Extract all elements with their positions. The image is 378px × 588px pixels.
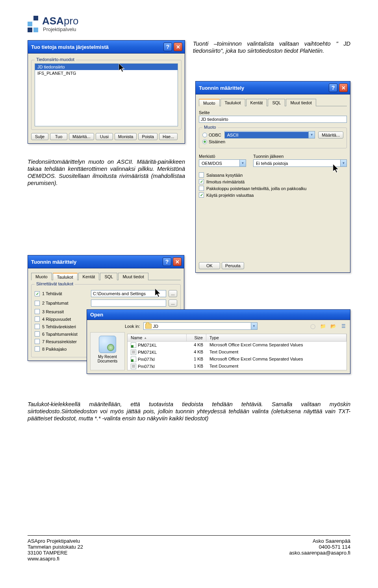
file-name: Pm077kl (138, 364, 155, 369)
chevron-down-icon[interactable]: ▼ (308, 131, 315, 138)
tabs: Muoto Taulukot Kentät SQL Muut tiedot (199, 98, 347, 106)
checkbox-row[interactable]: ✓Ilmoitus rivimääristä (199, 179, 347, 184)
footer-person: Asko Saarenpää (289, 538, 350, 544)
define-button[interactable]: Määritä... (318, 131, 343, 139)
help-icon[interactable]: ? (329, 83, 337, 92)
up-folder-icon[interactable]: 📁 (319, 323, 326, 330)
chevron-down-icon[interactable]: ▼ (251, 323, 257, 329)
excel-file-icon (131, 342, 136, 348)
transfer-format-list[interactable]: JD tiedonsiirto IFS_PLANET_INTG (35, 63, 178, 126)
selite-label: Selite (199, 110, 347, 115)
file-row[interactable]: Pm077kl1 KBMicrosoft Office Excel Comma … (128, 356, 346, 363)
tab-sql[interactable]: SQL (100, 273, 117, 280)
help-icon[interactable]: ? (163, 43, 172, 51)
file-type: Microsoft Office Excel Comma Separated V… (206, 356, 346, 362)
close-icon[interactable]: ✕ (174, 43, 182, 51)
radio-odbc[interactable]: ODBC (202, 133, 221, 137)
checkbox[interactable] (35, 324, 40, 329)
footer-city: 33100 TAMPERE (28, 550, 83, 556)
logo-text: ASApro (42, 16, 78, 26)
file-row[interactable]: PM071KL4 KBText Document (128, 349, 346, 356)
checkbox[interactable]: ✓ (35, 291, 40, 296)
checkbox[interactable] (35, 309, 40, 314)
checkbox[interactable]: ✓ (199, 192, 204, 198)
list-item[interactable]: JD tiedonsiirto (35, 64, 178, 70)
column-size[interactable]: Size (187, 334, 206, 341)
checkbox[interactable] (35, 339, 40, 344)
close-icon[interactable]: ✕ (339, 83, 348, 92)
new-button[interactable]: Uusi (96, 133, 113, 140)
dialog-title: Tuonnin määrittely (31, 259, 76, 265)
selite-field[interactable] (199, 116, 347, 123)
radio-sisainen[interactable]: Sisäinen (202, 139, 343, 144)
checkbox-row[interactable]: Pakkoloppu poistetaan tehtäviltä, joilla… (199, 186, 347, 191)
views-icon[interactable]: ☰ (340, 323, 347, 330)
close-button[interactable]: Sulje (31, 133, 48, 140)
import-sources-dialog: Tuo tietoja muista järjestelmistä ? ✕ Ti… (28, 40, 185, 144)
clone-button[interactable]: Monista (115, 133, 137, 140)
file-list[interactable]: Name▲ Size Type PM071KL4 KBMicrosoft Off… (127, 334, 347, 370)
checkbox[interactable] (199, 186, 204, 191)
checkbox[interactable] (35, 346, 40, 351)
checkbox[interactable] (35, 316, 40, 322)
checkbox-label: Ilmoitus rivimääristä (206, 179, 245, 184)
file-type: Text Document (206, 363, 346, 370)
ok-button[interactable]: OK (199, 262, 220, 269)
ascii-dropdown[interactable]: ASCII ▼ (224, 131, 315, 139)
new-folder-icon[interactable]: 📂 (330, 323, 337, 330)
cancel-button[interactable]: Peruuta (222, 262, 244, 269)
browse-button[interactable]: ... (169, 290, 177, 297)
lookin-dropdown[interactable]: JD ▼ (143, 322, 258, 330)
search-button[interactable]: Hae... (159, 133, 178, 140)
file-row[interactable]: Pm077kl1 KBText Document (128, 363, 346, 370)
tab-muoto[interactable]: Muoto (199, 99, 220, 106)
recent-documents-icon[interactable] (99, 336, 116, 353)
column-type[interactable]: Type (206, 334, 346, 341)
column-name[interactable]: Name▲ (128, 334, 187, 341)
browse-button[interactable]: ... (169, 300, 177, 307)
checkbox[interactable] (35, 331, 40, 337)
file-list-header: Name▲ Size Type (128, 334, 346, 342)
delete-button[interactable]: Poista (138, 133, 158, 140)
file-row[interactable]: PM071KL4 KBMicrosoft Office Excel Comma … (128, 342, 346, 349)
tab-muut[interactable]: Muut tiedot (286, 99, 316, 106)
list-item[interactable]: IFS_PLANET_INTG (35, 70, 178, 76)
chevron-down-icon[interactable]: ▼ (340, 160, 346, 166)
back-icon[interactable]: ◯ (309, 323, 316, 330)
recent-documents-label: My Recent Documents (92, 355, 123, 363)
help-icon[interactable]: ? (163, 257, 171, 266)
logo: ASApro Projektipalvelu (28, 16, 350, 32)
tab-kentat[interactable]: Kentät (246, 99, 267, 106)
define-button[interactable]: Määritä... (69, 133, 94, 140)
tab-taulukot[interactable]: Taulukot (53, 273, 78, 280)
row-label: 4 Riippuvuudet (42, 317, 89, 322)
checkbox-row[interactable]: ✓Käytä projektin valuuttaa (199, 192, 347, 198)
footer-url: www.asapro.fi (28, 556, 83, 562)
tab-muut[interactable]: Muut tiedot (118, 273, 148, 280)
file-size: 1 KB (187, 356, 206, 362)
muoto-legend: Muoto (202, 125, 218, 129)
footer-address: Tammelan puistokatu 22 (28, 544, 83, 550)
tab-sql[interactable]: SQL (268, 99, 285, 106)
path-field[interactable] (91, 300, 166, 307)
close-icon[interactable]: ✕ (173, 257, 182, 266)
file-size: 4 KB (187, 342, 206, 348)
merkisto-dropdown[interactable]: OEM/DOS ▼ (199, 159, 246, 167)
checkbox[interactable]: ✓ (199, 179, 204, 184)
checkbox[interactable] (35, 301, 40, 306)
text-file-icon (131, 364, 136, 369)
tab-taulukot[interactable]: Taulukot (220, 99, 245, 106)
dialog-title: Tuo tietoja muista järjestelmistä (31, 44, 109, 50)
footer-company: ASApro Projektipalvelu (28, 538, 83, 544)
chevron-down-icon[interactable]: ▼ (239, 160, 246, 166)
import-button[interactable]: Tuo (50, 133, 67, 140)
checkbox-label: Pakkoloppu poistetaan tehtäviltä, joilla… (206, 186, 306, 191)
text-file-icon (131, 349, 136, 355)
checkbox[interactable] (199, 172, 204, 178)
row-label: 5 Tehtävärekisteri (42, 324, 89, 329)
footer-phone: 0400-571 114 (289, 544, 350, 550)
tab-muoto[interactable]: Muoto (31, 273, 52, 280)
dialog-title: Tuonnin määrittely (199, 85, 244, 91)
tab-kentat[interactable]: Kentät (78, 273, 100, 280)
checkbox-row[interactable]: Salasana kysytään (199, 172, 347, 178)
